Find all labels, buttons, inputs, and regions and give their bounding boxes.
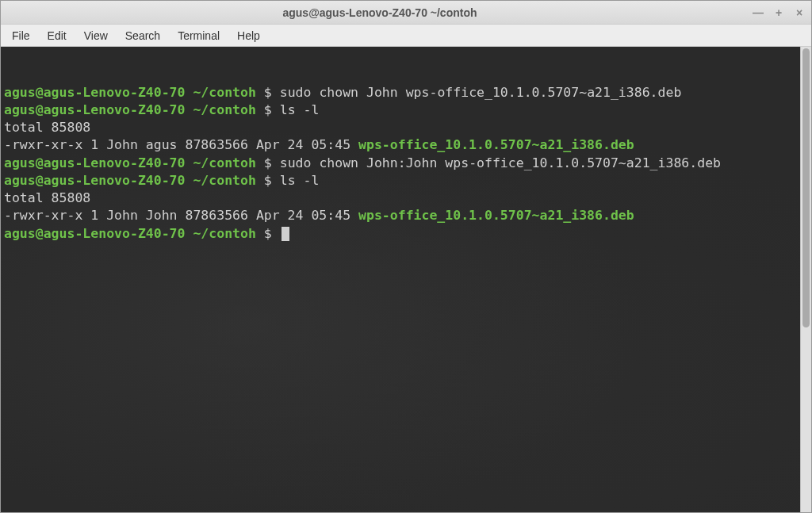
command-2: ls -l bbox=[280, 102, 320, 117]
command-3: sudo chown John:John wps-office_10.1.0.5… bbox=[280, 155, 721, 170]
prompt-symbol: $ bbox=[264, 102, 272, 117]
prompt-symbol: $ bbox=[264, 155, 272, 170]
prompt-symbol: $ bbox=[264, 173, 272, 188]
prompt-symbol: $ bbox=[264, 85, 272, 100]
scrollbar-thumb[interactable] bbox=[802, 48, 810, 327]
prompt-userhost: agus@agus-Lenovo-Z40-70 bbox=[4, 226, 185, 241]
maximize-button[interactable]: + bbox=[773, 7, 784, 18]
prompt-userhost: agus@agus-Lenovo-Z40-70 bbox=[4, 173, 185, 188]
output-ls-1-perm: -rwxr-xr-x 1 John agus 87863566 Apr 24 0… bbox=[4, 137, 358, 152]
prompt-path: ~/contoh bbox=[193, 173, 255, 188]
output-ls-2-perm: -rwxr-xr-x 1 John John 87863566 Apr 24 0… bbox=[4, 208, 358, 223]
menu-terminal[interactable]: Terminal bbox=[170, 26, 228, 45]
menu-edit[interactable]: Edit bbox=[40, 26, 75, 45]
cursor-icon bbox=[282, 227, 289, 241]
menubar: File Edit View Search Terminal Help bbox=[1, 25, 811, 47]
output-ls-2-file: wps-office_10.1.0.5707~a21_i386.deb bbox=[358, 208, 634, 223]
menu-search[interactable]: Search bbox=[117, 26, 168, 45]
close-button[interactable]: × bbox=[794, 7, 805, 18]
terminal-content: agus@agus-Lenovo-Z40-70 ~/contoh $ sudo … bbox=[4, 84, 808, 243]
prompt-userhost: agus@agus-Lenovo-Z40-70 bbox=[4, 102, 185, 117]
output-total-1: total 85808 bbox=[4, 120, 90, 135]
window-controls: — + × bbox=[753, 7, 805, 18]
menu-view[interactable]: View bbox=[76, 26, 116, 45]
scrollbar[interactable] bbox=[800, 47, 811, 512]
prompt-userhost: agus@agus-Lenovo-Z40-70 bbox=[4, 155, 185, 170]
command-4: ls -l bbox=[280, 173, 320, 188]
window-title: agus@agus-Lenovo-Z40-70 ~/contoh bbox=[7, 6, 753, 19]
prompt-path: ~/contoh bbox=[193, 85, 255, 100]
prompt-path: ~/contoh bbox=[193, 226, 255, 241]
menu-help[interactable]: Help bbox=[229, 26, 268, 45]
command-1: sudo chown John wps-office_10.1.0.5707~a… bbox=[280, 85, 682, 100]
prompt-path: ~/contoh bbox=[193, 102, 255, 117]
output-ls-1-file: wps-office_10.1.0.5707~a21_i386.deb bbox=[358, 137, 634, 152]
minimize-button[interactable]: — bbox=[753, 7, 764, 18]
output-total-2: total 85808 bbox=[4, 190, 90, 205]
menu-file[interactable]: File bbox=[4, 26, 38, 45]
titlebar: agus@agus-Lenovo-Z40-70 ~/contoh — + × bbox=[1, 1, 811, 25]
terminal-window: agus@agus-Lenovo-Z40-70 ~/contoh — + × F… bbox=[0, 0, 812, 513]
prompt-userhost: agus@agus-Lenovo-Z40-70 bbox=[4, 85, 185, 100]
prompt-symbol: $ bbox=[264, 226, 272, 241]
prompt-path: ~/contoh bbox=[193, 155, 255, 170]
terminal-body[interactable]: agus@agus-Lenovo-Z40-70 ~/contoh $ sudo … bbox=[1, 47, 811, 512]
